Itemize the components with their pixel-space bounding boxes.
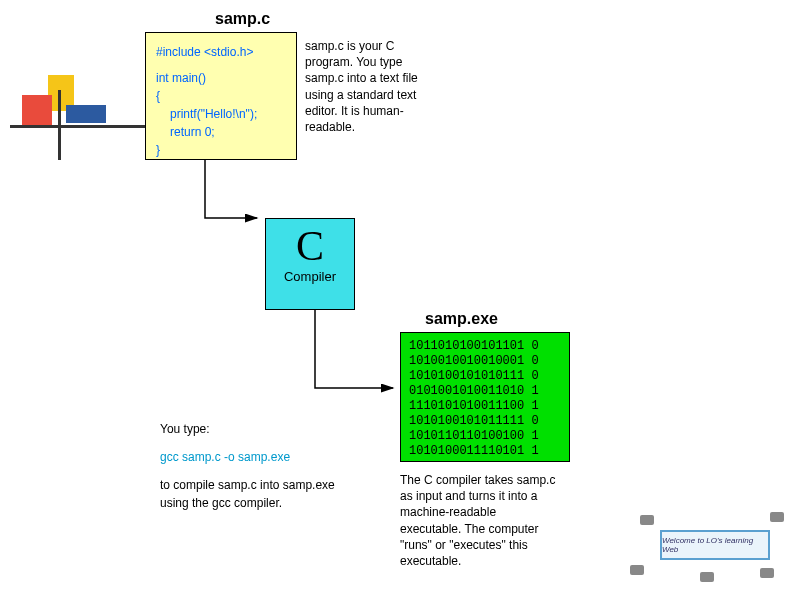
code-line: return 0; — [156, 123, 286, 141]
logo-horizontal-bar — [10, 125, 150, 128]
arrow-source-to-compiler — [195, 160, 275, 240]
binary-line: 1010010010010001 0 — [409, 354, 561, 369]
binary-line: 0101001010011010 1 — [409, 384, 561, 399]
binary-line: 1010100101011111 0 — [409, 414, 561, 429]
binary-line: 1011010100101101 0 — [409, 339, 561, 354]
footer-graphic: Welcome to LO's learning Web — [630, 510, 790, 590]
compiler-letter: C — [266, 225, 354, 267]
footer-device-icon — [640, 515, 654, 525]
binary-line: 1010100101010111 0 — [409, 369, 561, 384]
code-line: { — [156, 87, 286, 105]
arrow-compiler-to-exe — [305, 310, 405, 400]
slide-logo — [10, 75, 130, 165]
executable-box: 1011010100101101 0 1010010010010001 0 10… — [400, 332, 570, 462]
logo-red-block — [22, 95, 52, 125]
footer-device-icon — [700, 572, 714, 582]
compile-outro: to compile samp.c into samp.exe using th… — [160, 476, 340, 512]
code-line: #include <stdio.h> — [156, 43, 286, 61]
compiler-box: C Compiler — [265, 218, 355, 310]
binary-line: 1010110110100100 1 — [409, 429, 561, 444]
exe-title: samp.exe — [425, 310, 498, 328]
compile-command: gcc samp.c -o samp.exe — [160, 448, 340, 466]
binary-line: 1110101010011100 1 — [409, 399, 561, 414]
source-code-box: #include <stdio.h> int main() { printf("… — [145, 32, 297, 160]
code-line: } — [156, 141, 286, 159]
footer-device-icon — [770, 512, 784, 522]
source-title: samp.c — [215, 10, 270, 28]
compiler-label: Compiler — [266, 269, 354, 284]
source-description: samp.c is your C program. You type samp.… — [305, 38, 435, 135]
footer-banner: Welcome to LO's learning Web — [660, 530, 770, 560]
compile-instructions: You type: gcc samp.c -o samp.exe to comp… — [160, 420, 340, 512]
binary-line: 1010100011110101 1 — [409, 444, 561, 459]
compile-intro: You type: — [160, 420, 340, 438]
exe-description: The C compiler takes samp.c as input and… — [400, 472, 560, 569]
footer-device-icon — [760, 568, 774, 578]
footer-device-icon — [630, 565, 644, 575]
code-line: printf("Hello!\n"); — [156, 105, 286, 123]
logo-vertical-bar — [58, 90, 61, 160]
code-line: int main() — [156, 69, 286, 87]
logo-blue-block — [66, 105, 106, 123]
